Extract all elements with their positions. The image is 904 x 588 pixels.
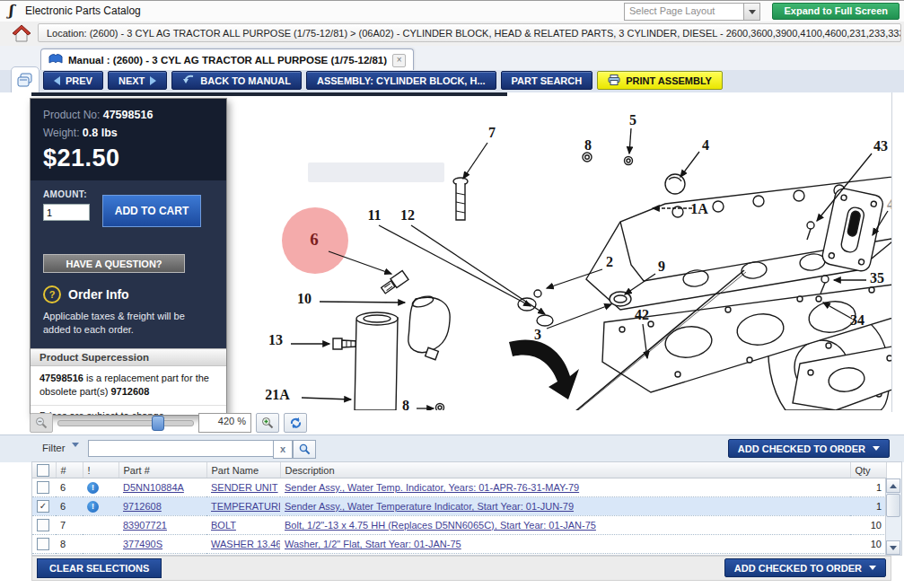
header-qty: Qty bbox=[850, 462, 886, 478]
print-assembly-button[interactable]: PRINT ASSEMBLY bbox=[597, 71, 723, 90]
tab-manual[interactable]: Manual : (2600) - 3 CYL AG TRACTOR ALL P… bbox=[40, 48, 414, 71]
diagram-callout-10[interactable]: 10 bbox=[297, 291, 312, 307]
expand-full-screen-button[interactable]: Expand to Full Screen bbox=[772, 3, 900, 20]
clear-selections-button[interactable]: CLEAR SELECTIONS bbox=[37, 558, 162, 578]
filter-label[interactable]: Filter bbox=[42, 443, 66, 453]
diagram-callout-8[interactable]: 8 bbox=[402, 398, 409, 410]
part-description-link[interactable]: Bolt, 1/2"-13 x 4.75 HH (Replaces D5NN60… bbox=[285, 520, 596, 531]
table-row[interactable]: ✓6!9712608TEMPERATURESender Assy., Water… bbox=[32, 497, 886, 516]
part-description-link[interactable]: Sender Assy., Water Temp. Indicator, Yea… bbox=[285, 482, 579, 493]
diagram-callout-35[interactable]: 35 bbox=[870, 270, 884, 286]
part-description-link[interactable]: Washer, 1/2" Flat, Start Year: 01-JAN-75 bbox=[285, 539, 461, 549]
parts-table: # ! Part # Part Name Description Qty 6!D… bbox=[31, 461, 902, 556]
info-icon[interactable]: ! bbox=[87, 501, 99, 513]
chevron-down-icon[interactable] bbox=[743, 4, 759, 20]
app-title: Electronic Parts Catalog bbox=[25, 1, 141, 21]
part-number-link[interactable]: D5NN10884A bbox=[123, 482, 184, 493]
part-name-link[interactable]: WASHER 13.46 bbox=[211, 539, 280, 549]
clear-filter-icon[interactable]: x bbox=[273, 440, 293, 459]
pages-icon[interactable] bbox=[11, 66, 39, 95]
part-name-link[interactable]: TEMPERATURE bbox=[211, 501, 280, 512]
chevron-left-icon bbox=[54, 76, 60, 85]
diagram-callout-5[interactable]: 5 bbox=[629, 112, 636, 128]
diagram-callout-13[interactable]: 13 bbox=[268, 332, 283, 348]
zoom-slider-handle[interactable] bbox=[152, 416, 164, 431]
prev-button[interactable]: PREV bbox=[43, 71, 103, 90]
part-number-link[interactable]: 377490S bbox=[123, 539, 162, 549]
add-checked-to-order-button-bottom[interactable]: ADD CHECKED TO ORDER bbox=[724, 558, 886, 577]
diagram-callout-11[interactable]: 11 bbox=[367, 207, 381, 224]
table-row[interactable]: 6!D5NN10884ASENDER UNITSender Assy., Wat… bbox=[32, 478, 886, 497]
diagram-callout-2[interactable]: 2 bbox=[606, 254, 613, 270]
close-icon[interactable]: × bbox=[392, 54, 406, 67]
search-icon[interactable] bbox=[293, 440, 316, 459]
zoom-in-button[interactable] bbox=[256, 413, 279, 433]
title-bar: ʃ Electronic Parts Catalog Select Page L… bbox=[0, 1, 904, 22]
zoom-out-button[interactable] bbox=[30, 413, 53, 433]
diagram-callout-3[interactable]: 3 bbox=[534, 327, 541, 343]
header-part: Part # bbox=[118, 462, 206, 478]
next-button[interactable]: NEXT bbox=[108, 71, 167, 90]
row-num: 8 bbox=[56, 535, 83, 554]
header-excl: ! bbox=[83, 462, 118, 478]
diagram-border bbox=[891, 92, 892, 412]
weight-row: Weight: 0.8 lbs bbox=[43, 127, 214, 139]
product-number-row: Product No: 47598516 bbox=[43, 109, 214, 121]
supercession-text: 47598516 is a replacement part for the o… bbox=[31, 366, 226, 402]
assembly-view: 78544341A11126291035423431321A8 Product … bbox=[0, 92, 904, 435]
qty-value: 10 bbox=[850, 516, 886, 535]
diagram-callout-9[interactable]: 9 bbox=[658, 259, 665, 275]
select-all-checkbox[interactable] bbox=[37, 464, 49, 477]
table-scrollbar[interactable] bbox=[885, 478, 901, 555]
table-row[interactable]: 783907721BOLTBolt, 1/2"-13 x 4.75 HH (Re… bbox=[32, 516, 886, 535]
diagram-callout-7[interactable]: 7 bbox=[488, 125, 496, 141]
qty-value: 10 bbox=[850, 535, 886, 554]
price: $21.50 bbox=[43, 145, 214, 172]
part-name-link[interactable]: BOLT bbox=[211, 520, 236, 531]
zoom-value[interactable]: 420 % bbox=[198, 413, 251, 433]
have-a-question-button[interactable]: HAVE A QUESTION? bbox=[43, 254, 185, 273]
row-checkbox[interactable] bbox=[37, 538, 49, 550]
add-to-cart-button[interactable]: ADD TO CART bbox=[102, 195, 201, 227]
table-row[interactable]: 8377490SWASHER 13.46Washer, 1/2" Flat, S… bbox=[32, 535, 886, 554]
diagram-callout-43[interactable]: 43 bbox=[873, 138, 888, 154]
order-info-note: Applicable taxes & freight will be added… bbox=[43, 310, 196, 338]
diagram-callout-4[interactable]: 4 bbox=[702, 137, 709, 154]
diagram-callout-4[interactable]: 4 bbox=[887, 197, 891, 213]
home-icon[interactable] bbox=[12, 24, 31, 48]
row-checkbox[interactable]: ✓ bbox=[37, 500, 49, 513]
diagram-callout-42[interactable]: 42 bbox=[635, 307, 649, 323]
part-search-button[interactable]: PART SEARCH bbox=[501, 71, 593, 90]
scroll-down-icon[interactable] bbox=[886, 540, 900, 555]
row-checkbox[interactable] bbox=[37, 481, 49, 494]
diagram-callout-21A[interactable]: 21A bbox=[265, 387, 290, 403]
part-number-link[interactable]: 83907721 bbox=[123, 520, 167, 531]
diagram-callout-12[interactable]: 12 bbox=[400, 207, 415, 224]
diagram-callout-34[interactable]: 34 bbox=[850, 312, 865, 329]
scroll-up-icon[interactable] bbox=[886, 478, 900, 493]
zoom-slider[interactable] bbox=[57, 420, 194, 426]
back-to-manual-button[interactable]: BACK TO MANUAL bbox=[171, 71, 302, 90]
parts-diagram[interactable]: 78544341A11126291035423431321A8 bbox=[229, 94, 891, 410]
page-layout-select[interactable]: Select Page Layout bbox=[624, 3, 760, 21]
assembly-button[interactable]: ASSEMBLY: CYLINDER BLOCK, H... bbox=[306, 71, 496, 90]
part-description-link[interactable]: Sender Assy., Water Temperature Indicato… bbox=[285, 501, 574, 512]
info-icon[interactable]: ! bbox=[87, 482, 99, 494]
filter-input[interactable] bbox=[88, 440, 276, 457]
scrollbar-thumb[interactable] bbox=[886, 494, 900, 517]
diagram-callout-8[interactable]: 8 bbox=[584, 137, 592, 154]
amount-input[interactable] bbox=[43, 204, 90, 221]
refresh-button[interactable] bbox=[284, 413, 307, 433]
toolbar: PREV NEXT BACK TO MANUAL ASSEMBLY: CYLIN… bbox=[0, 70, 904, 92]
exploded-view-drawing bbox=[229, 94, 891, 410]
part-name-link[interactable]: SENDER UNIT bbox=[211, 482, 278, 493]
footer-bar: CLEAR SELECTIONS ADD CHECKED TO ORDER bbox=[31, 556, 891, 581]
page-margin bbox=[0, 581, 904, 588]
qty-value: 1 bbox=[850, 478, 886, 497]
part-number-link[interactable]: 9712608 bbox=[123, 501, 162, 512]
diagram-callout-6[interactable]: 6 bbox=[310, 230, 319, 250]
add-checked-to-order-button-top[interactable]: ADD CHECKED TO ORDER bbox=[728, 439, 890, 458]
diagram-callout-1A[interactable]: 1A bbox=[690, 201, 708, 217]
row-checkbox[interactable] bbox=[37, 519, 49, 531]
book-icon bbox=[48, 52, 63, 68]
